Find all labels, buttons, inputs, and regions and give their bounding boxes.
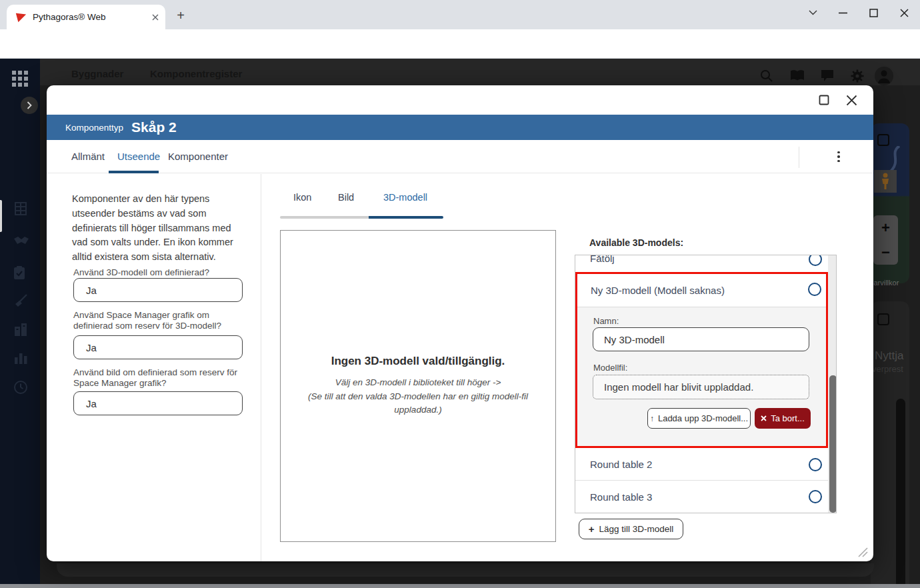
list-item-label: Ny 3D-modell (Modell saknas) (591, 285, 725, 296)
app-settings-gear-icon[interactable] (851, 69, 865, 84)
right-card-scrollbar[interactable] (896, 399, 905, 588)
model-file-dropzone[interactable]: Ingen modell har blivit uppladdad. (593, 375, 809, 399)
upload-model-button[interactable]: ↑ Ladda upp 3D-modell... (647, 408, 751, 429)
map-zoom-out-icon[interactable]: − (873, 240, 898, 265)
name-label: Namn: (593, 316, 619, 326)
background-bottom-card-edge (57, 563, 874, 577)
app-manual-icon[interactable] (790, 69, 805, 84)
field-value-bild: Ja (86, 398, 97, 409)
sidebar-item-agreements[interactable] (13, 236, 28, 251)
model-preview-area: Ingen 3D-modell vald/tillgänglig. Välj e… (280, 230, 556, 542)
tab-bar-divider (799, 147, 799, 168)
add-3d-model-button[interactable]: + Lägg till 3D-modell (579, 519, 683, 539)
panel-divider (261, 174, 261, 561)
right-card-checkbox[interactable] (877, 313, 889, 325)
tab-komponenter[interactable]: Komponenter (168, 151, 228, 162)
right-card-subtitle: verprest (872, 364, 903, 374)
sidebar-item-reports[interactable] (13, 351, 28, 365)
preview-hint-2: (Se till att den valda 3D-modellen har e… (301, 390, 535, 418)
sidebar-item-tasks[interactable] (13, 265, 28, 280)
remove-model-button[interactable]: Ta bort... (755, 408, 811, 429)
field-value-3d: Ja (86, 285, 97, 296)
plus-icon: + (589, 523, 595, 535)
appearance-description: Komponenter av den här typens utseender … (72, 192, 248, 265)
remove-x-icon (761, 415, 767, 421)
subtab-3d-modell[interactable]: 3D-modell (383, 192, 427, 203)
pythagoras-favicon (15, 11, 27, 23)
sidebar-item-cleaning[interactable] (13, 293, 28, 308)
field-label-sm: Använd Space Manager grafik om definiera… (73, 310, 249, 331)
field-label-3d: Använd 3D-modell om definierad? (73, 267, 249, 278)
list-item-fatolj[interactable]: Fåtölj (575, 255, 828, 271)
list-item-ny-3d-modell[interactable]: Ny 3D-modell (Modell saknas) (577, 274, 826, 307)
right-card-title: Nyttja (875, 349, 903, 363)
dialog-maximize-icon[interactable] (817, 93, 831, 107)
radio-ny-3d-modell[interactable] (808, 283, 821, 296)
field-select-bild[interactable]: Ja (73, 391, 243, 415)
model-form-panel: Namn: Ny 3D-modell Modellfil: Ingen mode… (577, 307, 826, 446)
background-map-card: + − (871, 123, 909, 283)
sidebar-item-buildings[interactable] (13, 201, 28, 216)
app-launcher-grid-icon[interactable] (11, 69, 29, 91)
street-view-pegman-icon[interactable] (874, 170, 897, 193)
field-select-3d[interactable]: Ja (73, 278, 243, 302)
radio-round-table-3[interactable] (809, 490, 822, 503)
list-scrollbar-thumb[interactable] (829, 375, 837, 513)
subtab-ikon[interactable]: Ikon (293, 192, 311, 203)
map-zoom-in-icon[interactable]: + (873, 215, 898, 240)
field-value-sm: Ja (86, 342, 97, 353)
upload-button-label: Ladda upp 3D-modell... (658, 413, 748, 423)
window-close-icon[interactable] (894, 3, 914, 23)
dialog-menu-kebab-icon[interactable] (832, 149, 845, 165)
browser-tab[interactable]: Pythagoras® Web (7, 5, 165, 29)
nav-item-byggnader[interactable]: Byggnader (71, 68, 123, 79)
tab-utseende[interactable]: Utseende (117, 151, 160, 162)
active-tab-underline (109, 171, 159, 173)
field-select-sm[interactable]: Ja (73, 335, 243, 359)
sidebar-expand-chevron-icon[interactable] (21, 97, 38, 114)
app-chat-icon[interactable] (821, 69, 835, 84)
map-card-checkbox[interactable] (877, 134, 889, 146)
background-right-card: Nyttja verprest (871, 301, 909, 588)
list-item-label: Fåtölj (590, 255, 615, 264)
bottom-window-edge (0, 584, 920, 588)
dialog-kind-label: Komponenttyp (65, 123, 123, 133)
tab-close-icon[interactable] (152, 14, 159, 21)
sidebar-item-meters[interactable] (13, 380, 28, 395)
window-chevron-icon[interactable] (803, 3, 823, 23)
tab-title: Pythagoras® Web (33, 12, 152, 22)
map-terms-text[interactable]: larvillkor (872, 279, 899, 287)
model-file-label: Modellfil: (593, 363, 627, 373)
add-button-label: Lägg till 3D-modell (599, 524, 673, 534)
sidebar-active-indicator (0, 200, 2, 232)
library-header: Available 3D-models: (589, 237, 683, 248)
list-item-round-table-2[interactable]: Round table 2 (575, 449, 828, 481)
model-list: Fåtölj Ny 3D-modell (Modell saknas) Namn… (575, 255, 837, 513)
window-maximize-icon[interactable] (863, 3, 883, 23)
screen: Pythagoras® Web + pim.pythagoras.se/p (0, 0, 920, 588)
list-item-round-table-3[interactable]: Round table 3 (575, 481, 828, 513)
tab-allmant[interactable]: Allmänt (71, 151, 105, 162)
name-input[interactable]: Ny 3D-modell (593, 327, 809, 351)
dialog-title-bar: Komponenttyp Skåp 2 (47, 115, 873, 140)
list-item-label: Round table 2 (590, 459, 652, 470)
subtab-track (280, 216, 369, 219)
app-search-icon[interactable] (760, 69, 775, 84)
browser-tabstrip: Pythagoras® Web + (0, 0, 920, 29)
window-minimize-icon[interactable] (833, 3, 853, 23)
sidebar-item-properties[interactable] (13, 323, 28, 337)
preview-empty-title: Ingen 3D-modell vald/tillgänglig. (331, 355, 505, 368)
app-user-avatar[interactable] (875, 67, 893, 85)
model-file-placeholder: Ingen modell har blivit uppladdad. (604, 381, 753, 393)
dialog-close-icon[interactable] (844, 93, 859, 107)
dialog-title: Skåp 2 (131, 119, 177, 135)
map-zoom-control: + − (873, 215, 898, 265)
new-tab-button[interactable]: + (172, 7, 189, 24)
nav-item-komponentregister[interactable]: Komponentregister (150, 68, 242, 79)
subtab-bild[interactable]: Bild (338, 192, 354, 203)
upload-arrow-icon: ↑ (650, 414, 654, 423)
remove-button-label: Ta bort... (771, 413, 805, 423)
dialog-resize-handle[interactable] (855, 545, 868, 557)
radio-round-table-2[interactable] (809, 458, 822, 471)
subtab-active-underline (369, 216, 443, 219)
